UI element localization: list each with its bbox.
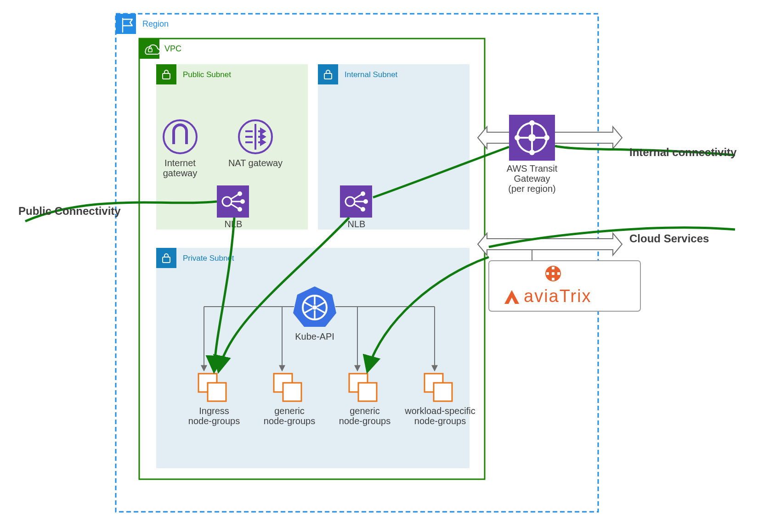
svg-rect-74: [208, 383, 226, 401]
kube-api-label: Kube-API: [295, 331, 334, 342]
svg-rect-57: [552, 272, 555, 275]
svg-rect-76: [283, 383, 301, 401]
svg-point-25: [238, 191, 242, 196]
nodegroup4-label-1: workload-specific: [404, 406, 475, 416]
svg-point-26: [240, 199, 245, 204]
svg-rect-6: [156, 64, 176, 84]
svg-point-43: [544, 135, 549, 140]
svg-point-60: [312, 305, 317, 310]
transit-gateway-label-1: AWS Transit: [507, 163, 558, 174]
transit-gateway-icon: [509, 115, 555, 161]
nlb-internal-icon: [340, 185, 372, 218]
svg-point-44: [529, 150, 535, 155]
private-subnet-label: Private Subnet: [183, 254, 234, 263]
svg-point-41: [528, 134, 536, 141]
internet-gateway-label-1: Internet: [164, 158, 196, 168]
svg-rect-9: [318, 64, 338, 84]
nodegroup1-label-1: Ingress: [199, 406, 229, 416]
svg-rect-53: [552, 267, 555, 269]
svg-rect-78: [358, 383, 377, 401]
transit-gateway-label-3: (per region): [508, 184, 555, 194]
nodegroup3-label-2: node-groups: [339, 416, 390, 426]
svg-rect-12: [156, 248, 176, 268]
svg-point-35: [361, 207, 365, 212]
region-label: Region: [142, 19, 169, 28]
nlb-public-icon: [217, 185, 249, 218]
cloud-services-label: Cloud Services: [629, 232, 709, 245]
svg-point-45: [515, 135, 520, 140]
public-subnet-label: Public Subnet: [183, 70, 231, 79]
aviatrix-box: aviaTrix: [489, 261, 640, 311]
svg-rect-80: [434, 383, 452, 401]
svg-point-42: [529, 120, 535, 126]
transit-gateway-label-2: Gateway: [514, 174, 550, 184]
nodegroup4-label-2: node-groups: [414, 416, 466, 426]
nodegroup2-label-1: generic: [274, 406, 305, 416]
svg-rect-54: [552, 278, 555, 280]
svg-rect-56: [557, 272, 560, 275]
internal-connectivity-label: Internal connectivity: [629, 146, 737, 158]
internet-gateway-label-2: gateway: [163, 168, 198, 178]
nodegroup1-label-2: node-groups: [188, 416, 240, 426]
public-connectivity-label: Public Connectivity: [18, 205, 121, 217]
svg-rect-55: [546, 272, 549, 275]
svg-point-34: [363, 199, 368, 204]
svg-point-33: [361, 191, 365, 196]
aviatrix-logo-icon: [545, 266, 561, 281]
vpc-label: VPC: [164, 44, 181, 53]
nlb-internal-label: NLB: [348, 219, 366, 229]
svg-rect-1: [116, 14, 136, 34]
internal-subnet-label: Internal Subnet: [345, 70, 398, 79]
nat-gateway-label: NAT gateway: [228, 158, 283, 168]
private-subnet: Private Subnet: [156, 248, 470, 468]
nodegroup2-label-2: node-groups: [264, 416, 315, 426]
aviatrix-label: aviaTrix: [524, 286, 592, 306]
svg-point-27: [238, 207, 242, 212]
nodegroup3-label-1: generic: [350, 406, 380, 416]
svg-rect-11: [156, 248, 470, 468]
